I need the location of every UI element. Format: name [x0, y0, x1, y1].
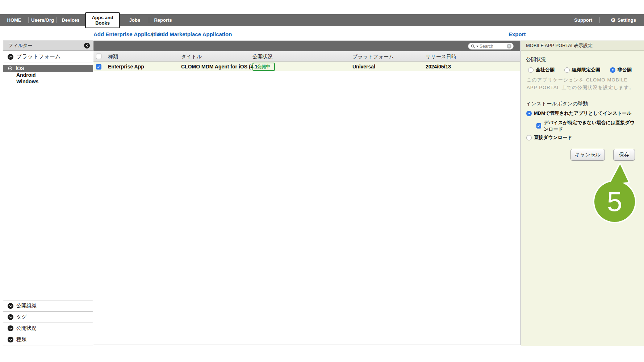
export-link[interactable]: Export: [509, 31, 526, 37]
platform-section-label: プラットフォーム: [16, 53, 60, 60]
checkbox-label: デバイスが特定できない場合には直接ダウンロード: [544, 119, 638, 132]
app-table-area: × 種類 タイトル 公開状況 プラットフォーム リリース日時 ✓ Enterpr…: [93, 41, 520, 345]
nav-item-reports[interactable]: Reports: [149, 17, 177, 23]
radio-unchecked-icon[interactable]: [526, 135, 532, 140]
sidebar-item-android[interactable]: Android: [3, 72, 93, 78]
nav-item-support[interactable]: Support: [567, 17, 599, 23]
radio-option-install-via-mdm[interactable]: MDMで管理されたアプリとしてインストール: [526, 110, 632, 117]
sidebar-item-label: iOS: [16, 66, 24, 71]
radio-option-direct-download[interactable]: 直接ダウンロード: [526, 134, 572, 141]
radio-checked-icon[interactable]: [610, 67, 615, 73]
chevron-down-circle-icon: [8, 337, 13, 342]
table-row[interactable]: ✓ Enterprise App CLOMO MDM Agent for iOS…: [93, 62, 520, 71]
radio-option-company-wide[interactable]: 全社公開: [528, 67, 555, 73]
filter-sidebar-header: フィルター: [3, 41, 93, 51]
column-header-release: リリース日時: [426, 54, 456, 60]
nav-left: HOME Users/Org Devices Apps and Books Jo…: [0, 14, 177, 26]
chevron-down-circle-icon: [8, 314, 13, 320]
platform-list: iOS Android Windows: [3, 63, 93, 85]
table-header-row: 種類 タイトル 公開状況 プラットフォーム リリース日時: [93, 51, 520, 62]
column-header-kind: 種類: [108, 54, 118, 60]
sidebar-item-windows[interactable]: Windows: [3, 78, 93, 85]
nav-item-settings[interactable]: ⚙ Settings: [611, 17, 636, 23]
column-header-status: 公開状況: [252, 54, 273, 60]
section-label: 公開状況: [16, 325, 37, 332]
sidebar-spacer: [3, 85, 93, 300]
chevron-up-circle-icon: [8, 54, 13, 60]
actions-row: Add Enterprise Application | Add Marketp…: [0, 30, 644, 39]
filter-title: フィルター: [8, 42, 32, 49]
top-nav: HOME Users/Org Devices Apps and Books Jo…: [0, 14, 644, 26]
radio-label: MDMで管理されたアプリとしてインストール: [534, 110, 632, 117]
nav-item-jobs[interactable]: Jobs: [121, 17, 149, 23]
nav-item-home[interactable]: HOME: [0, 17, 28, 23]
sidebar-section-kind[interactable]: 種類: [3, 334, 93, 345]
chevron-down-circle-icon: [8, 303, 13, 309]
nav-item-devices[interactable]: Devices: [57, 17, 84, 23]
clear-search-icon[interactable]: ×: [507, 44, 511, 49]
save-button[interactable]: 保存: [613, 149, 635, 161]
radio-label: 直接ダウンロード: [534, 134, 572, 141]
tutorial-step-balloon: 5: [590, 161, 644, 230]
table-toolbar: ×: [93, 41, 520, 51]
search-input[interactable]: [480, 44, 506, 49]
sidebar-section-publish-status[interactable]: 公開状況: [3, 323, 93, 334]
fallback-direct-download-checkbox-row[interactable]: ✓ デバイスが特定できない場合には直接ダウンロード: [536, 119, 638, 132]
select-all-checkbox[interactable]: [96, 54, 101, 59]
chevron-down-circle-icon: [8, 325, 13, 331]
chevron-left-icon: [85, 44, 89, 47]
nav-separator: [599, 17, 600, 23]
sidebar-collapse-button[interactable]: [84, 43, 90, 49]
sidebar-section-tags[interactable]: タグ: [3, 311, 93, 323]
radio-checked-icon[interactable]: [526, 111, 532, 116]
radio-target-icon: [8, 66, 13, 71]
section-label: 種類: [16, 336, 26, 343]
panel-header: MOBILE APP PORTAL表示設定: [521, 41, 644, 51]
radio-option-private[interactable]: 非公開: [610, 67, 632, 73]
sidebar-item-ios-selected[interactable]: iOS: [3, 65, 93, 72]
search-box[interactable]: ×: [468, 43, 514, 50]
radio-unchecked-icon[interactable]: [564, 67, 570, 73]
nav-right: Support ⚙ Settings: [567, 14, 644, 26]
settings-label: Settings: [618, 17, 636, 23]
section-label: 公開組織: [16, 303, 37, 309]
install-behavior-label: インストールボタンの挙動: [526, 101, 588, 107]
sidebar-section-platform[interactable]: プラットフォーム: [3, 51, 93, 63]
column-header-title: タイトル: [181, 54, 202, 60]
visibility-radio-group: 全社公開 組織限定公開 非公開: [528, 67, 632, 73]
cell-title[interactable]: CLOMO MDM Agent for iOS (4.1....: [181, 64, 263, 70]
radio-unchecked-icon[interactable]: [528, 67, 534, 73]
radio-option-org-limited[interactable]: 組織限定公開: [564, 67, 600, 73]
radio-label: 非公開: [618, 67, 632, 73]
cell-platform: Universal: [352, 64, 375, 70]
panel-title: MOBILE APP PORTAL表示設定: [526, 42, 593, 49]
radio-label: 組織限定公開: [572, 67, 600, 73]
nav-item-users-org[interactable]: Users/Org: [29, 17, 57, 23]
row-checkbox-checked[interactable]: ✓: [96, 64, 101, 70]
search-icon: [471, 44, 475, 49]
add-marketplace-application-link[interactable]: Add Marketplace Application: [158, 31, 232, 37]
search-scope-caret-icon[interactable]: [476, 46, 478, 47]
radio-label: 全社公開: [536, 67, 555, 73]
links-separator: |: [152, 31, 154, 37]
tutorial-step-number: 5: [607, 186, 622, 217]
visibility-description: このアプリケーションを CLOMO MOBILE APP PORTAL 上での公…: [527, 76, 635, 92]
cell-release: 2024/05/13: [426, 64, 451, 70]
gear-icon: ⚙: [611, 17, 615, 23]
filter-sidebar: フィルター プラットフォーム iOS Android Windows 公開組織: [3, 41, 93, 345]
checkbox-checked-icon[interactable]: ✓: [536, 123, 541, 129]
status-badge: 公開中: [252, 63, 275, 71]
section-label: タグ: [16, 314, 27, 320]
cancel-button[interactable]: キャンセル: [570, 149, 605, 161]
column-header-platform: プラットフォーム: [352, 54, 394, 60]
sidebar-section-publish-org[interactable]: 公開組織: [3, 300, 93, 311]
mobile-app-portal-settings-panel: MOBILE APP PORTAL表示設定 公開状況 全社公開 組織限定公開 非…: [521, 41, 644, 346]
nav-item-apps-and-books-active[interactable]: Apps and Books: [85, 12, 120, 28]
visibility-label: 公開状況: [526, 56, 546, 63]
cell-kind: Enterprise App: [108, 64, 144, 70]
